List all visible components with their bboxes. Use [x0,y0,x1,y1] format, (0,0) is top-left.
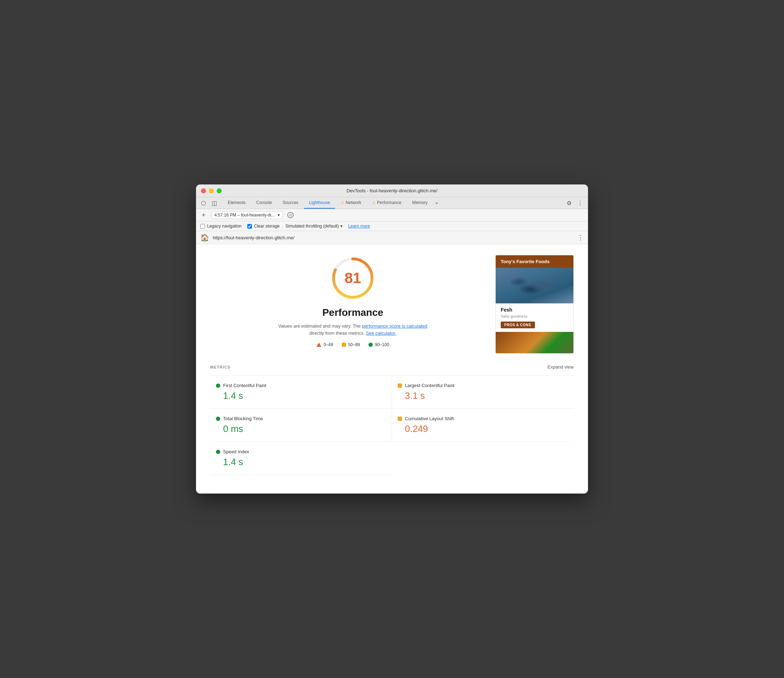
legacy-navigation-option[interactable]: Legacy navigation [200,224,242,229]
metric-si-name-row: Speed Index [216,449,386,454]
metric-cls-name-row: Cumulative Layout Shift [398,416,568,421]
throttle-chevron-icon: ▾ [340,224,343,229]
tab-memory[interactable]: Memory [407,197,433,209]
cls-label: Cumulative Layout Shift [405,416,454,421]
maximize-button[interactable] [217,188,222,193]
metrics-section-label: METRICS [210,365,231,369]
score-number: 81 [344,269,362,287]
session-bar: + 4:57:16 PM – foul-heavenly-di… ▾ ⊘ [196,209,588,221]
device-icon[interactable]: ◫ [210,197,218,209]
score-circle: 81 [330,255,376,301]
url-more-icon[interactable]: ⋮ [577,233,584,241]
legend-bad: 0–49 [316,342,333,347]
clear-storage-option[interactable]: Clear storage [247,224,280,229]
tbt-value: 0 ms [216,423,386,434]
tabs-bar: ⬡ ◫ Elements Console Sources Lighthouse … [196,197,588,209]
performance-warning-icon: ⚠ [372,201,376,205]
preview-image-second [496,332,574,353]
preview-card-body: Fesh Salty goodness PROS & CONS [496,303,574,332]
metric-fcp: First Contentful Paint 1.4 s [210,376,392,409]
close-button[interactable] [201,188,206,193]
legend-good: 90–100 [368,342,389,347]
si-label: Speed Index [223,449,249,454]
tab-tool-icons: ⬡ ◫ [200,197,218,209]
preview-item-desc: Salty goodness [501,314,568,318]
metric-lcp: Largest Contentful Paint 3.1 s [392,376,574,409]
url-text: https://foul-heavenly-direction.glitch.m… [213,235,574,240]
tab-elements[interactable]: Elements [223,197,251,209]
preview-image-fish [496,268,574,303]
fcp-label: First Contentful Paint [223,383,266,388]
expand-view-button[interactable]: Expand view [547,364,574,370]
lcp-indicator-icon [398,384,402,388]
tbt-label: Total Blocking Time [223,416,263,421]
block-icon[interactable]: ⊘ [287,212,294,218]
top-section: 81 Performance Values are estimated and … [210,255,574,354]
preview-card: Tony's Favorite Foods Fesh Salty goodnes… [495,255,574,354]
metric-tbt-name-row: Total Blocking Time [216,416,386,421]
url-bar: 🏠 https://foul-heavenly-direction.glitch… [196,231,588,244]
si-indicator-icon [216,450,220,454]
session-selector[interactable]: 4:57:16 PM – foul-heavenly-di… ▾ [211,211,283,219]
tab-performance[interactable]: ⚠ Performance [367,197,407,209]
tab-network[interactable]: ⚠ Network [336,197,366,209]
cls-value: 0.249 [398,423,568,434]
preview-item-name: Fesh [501,307,568,313]
tabs-more-button[interactable]: » [433,197,440,208]
perf-score-link[interactable]: performance score is calculated [362,323,428,329]
minimize-button[interactable] [209,188,214,193]
metric-lcp-name-row: Largest Contentful Paint [398,383,568,388]
score-legend: 0–49 50–89 90–100 [316,342,389,347]
metrics-grid: First Contentful Paint 1.4 s Largest Con… [210,375,574,475]
session-chevron-icon: ▾ [277,213,280,218]
score-section: 81 Performance Values are estimated and … [210,255,495,347]
tab-console[interactable]: Console [251,197,277,209]
throttling-label: Simulated throttling (default) ▾ [285,224,343,229]
lcp-label: Largest Contentful Paint [405,383,454,388]
tab-sources[interactable]: Sources [277,197,303,209]
clear-storage-checkbox[interactable] [247,224,252,229]
performance-title: Performance [322,307,383,318]
tabs-right-actions: ⚙ ⋮ [565,198,584,208]
add-session-icon[interactable]: + [200,211,207,219]
metrics-header: METRICS Expand view [210,364,574,370]
bad-indicator-icon [316,342,321,347]
fcp-value: 1.4 s [216,390,386,401]
cls-indicator-icon [398,417,402,421]
metric-tbt: Total Blocking Time 0 ms [210,409,392,442]
medium-indicator-icon [342,342,346,347]
performance-subtitle: Values are estimated and may vary. The p… [278,323,428,336]
title-bar: DevTools - foul-heavenly-direction.glitc… [196,185,588,197]
preview-card-header: Tony's Favorite Foods [496,255,574,268]
options-bar: Legacy navigation Clear storage Simulate… [196,221,588,231]
lighthouse-icon: 🏠 [200,233,209,242]
tab-lighthouse[interactable]: Lighthouse [304,197,335,209]
traffic-lights [201,188,222,193]
good-indicator-icon [368,342,373,347]
pros-cons-button[interactable]: PROS & CONS [501,322,535,328]
fcp-indicator-icon [216,384,220,388]
metric-cls: Cumulative Layout Shift 0.249 [392,409,574,442]
metric-fcp-name-row: First Contentful Paint [216,383,386,388]
legend-medium: 50–89 [342,342,360,347]
si-value: 1.4 s [216,457,386,468]
lcp-value: 3.1 s [398,390,568,401]
window-title: DevTools - foul-heavenly-direction.glitc… [346,188,437,193]
devtools-window: DevTools - foul-heavenly-direction.glitc… [196,185,588,493]
more-options-icon[interactable]: ⋮ [576,198,584,208]
calculator-link[interactable]: See calculator. [366,330,396,336]
tbt-indicator-icon [216,417,220,421]
settings-icon[interactable]: ⚙ [565,198,573,208]
main-content: 81 Performance Values are estimated and … [196,244,588,493]
network-warning-icon: ⚠ [341,201,344,205]
legacy-navigation-checkbox[interactable] [200,224,205,229]
fish-image [496,268,574,303]
metric-si: Speed Index 1.4 s [210,442,392,475]
inspect-icon[interactable]: ⬡ [200,197,207,209]
session-label-text: 4:57:16 PM – foul-heavenly-di… [215,213,276,218]
learn-more-link[interactable]: Learn more [348,224,370,229]
